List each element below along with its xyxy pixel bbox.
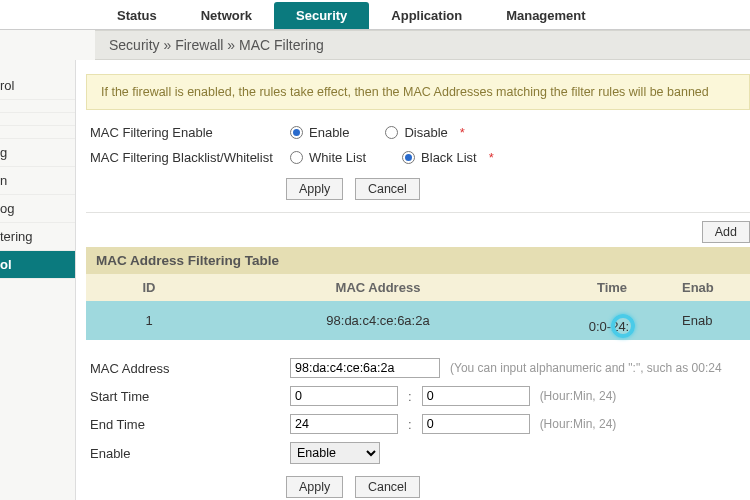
radio-whitelist[interactable]: White List [290, 150, 366, 165]
tab-application[interactable]: Application [369, 2, 484, 29]
tab-security[interactable]: Security [274, 2, 369, 29]
required-marker: * [489, 150, 494, 165]
cell-id: 1 [94, 313, 204, 328]
col-header-mac: MAC Address [204, 280, 552, 295]
radio-dot-icon [402, 151, 415, 164]
sidebar-item-1[interactable] [0, 100, 75, 113]
filter-settings-form: MAC Filtering Enable Enable Disable * MA… [86, 110, 750, 213]
add-button[interactable]: Add [702, 221, 750, 243]
cancel-button[interactable]: Cancel [355, 178, 420, 200]
radio-disable[interactable]: Disable * [385, 125, 464, 140]
breadcrumb-seg-1[interactable]: Firewall [175, 37, 223, 53]
col-header-id: ID [94, 280, 204, 295]
cursor-highlight-icon [611, 314, 635, 338]
sidebar-item-4[interactable]: g [0, 139, 75, 167]
sidebar-item-0[interactable]: rol [0, 72, 75, 100]
edit-form: MAC Address (You can input alphanumeric … [86, 340, 750, 500]
enable-label: Enable [90, 446, 290, 461]
radio-disable-text: Disable [404, 125, 447, 140]
breadcrumb-seg-2: MAC Filtering [239, 37, 324, 53]
breadcrumb-sep: » [227, 37, 239, 53]
end-time-hint: (Hour:Min, 24) [540, 417, 617, 431]
time-separator: : [408, 417, 412, 432]
breadcrumb-sep: » [163, 37, 175, 53]
notice-banner: If the firewall is enabled, the rules ta… [86, 74, 750, 110]
sidebar-item-6[interactable]: og [0, 195, 75, 223]
radio-whitelist-text: White List [309, 150, 366, 165]
sidebar-item-5[interactable]: n [0, 167, 75, 195]
radio-enable-text: Enable [309, 125, 349, 140]
tab-status[interactable]: Status [95, 2, 179, 29]
end-min-input[interactable] [422, 414, 530, 434]
required-marker: * [460, 125, 465, 140]
tab-network[interactable]: Network [179, 2, 274, 29]
sidebar: rol g n og tering ol [0, 60, 75, 500]
table-row[interactable]: 1 98:da:c4:ce:6a:2a 0:0-24: Enab [86, 301, 750, 340]
sidebar-item-3[interactable] [0, 126, 75, 139]
cell-enable: Enab [672, 313, 742, 328]
radio-dot-icon [290, 151, 303, 164]
sidebar-item-7[interactable]: tering [0, 223, 75, 251]
edit-cancel-button[interactable]: Cancel [355, 476, 420, 498]
sidebar-item-8[interactable]: ol [0, 251, 75, 279]
start-time-hint: (Hour:Min, 24) [540, 389, 617, 403]
radio-blacklist-text: Black List [421, 150, 477, 165]
mac-address-input[interactable] [290, 358, 440, 378]
table-title: MAC Address Filtering Table [86, 247, 750, 274]
main-content: If the firewall is enabled, the rules ta… [75, 60, 750, 500]
start-hour-input[interactable] [290, 386, 398, 406]
end-time-label: End Time [90, 417, 290, 432]
start-time-label: Start Time [90, 389, 290, 404]
cell-mac: 98:da:c4:ce:6a:2a [204, 313, 552, 328]
list-mode-label: MAC Filtering Blacklist/Whitelist [90, 150, 290, 165]
sidebar-item-2[interactable] [0, 113, 75, 126]
mac-enable-label: MAC Filtering Enable [90, 125, 290, 140]
col-header-enable: Enab [672, 280, 742, 295]
col-header-time: Time [552, 280, 672, 295]
enable-select[interactable]: Enable [290, 442, 380, 464]
radio-blacklist[interactable]: Black List * [402, 150, 494, 165]
tab-management[interactable]: Management [484, 2, 607, 29]
time-separator: : [408, 389, 412, 404]
breadcrumb-seg-0[interactable]: Security [109, 37, 160, 53]
radio-enable[interactable]: Enable [290, 125, 349, 140]
apply-button[interactable]: Apply [286, 178, 343, 200]
mac-address-hint: (You can input alphanumeric and ":", suc… [450, 361, 722, 375]
top-nav: Status Network Security Application Mana… [0, 0, 750, 30]
radio-dot-icon [290, 126, 303, 139]
end-hour-input[interactable] [290, 414, 398, 434]
mac-address-label: MAC Address [90, 361, 290, 376]
start-min-input[interactable] [422, 386, 530, 406]
radio-dot-icon [385, 126, 398, 139]
table-header-row: ID MAC Address Time Enab [86, 274, 750, 301]
cell-time: 0:0-24: [552, 307, 672, 334]
edit-apply-button[interactable]: Apply [286, 476, 343, 498]
breadcrumb: Security » Firewall » MAC Filtering [95, 30, 750, 60]
